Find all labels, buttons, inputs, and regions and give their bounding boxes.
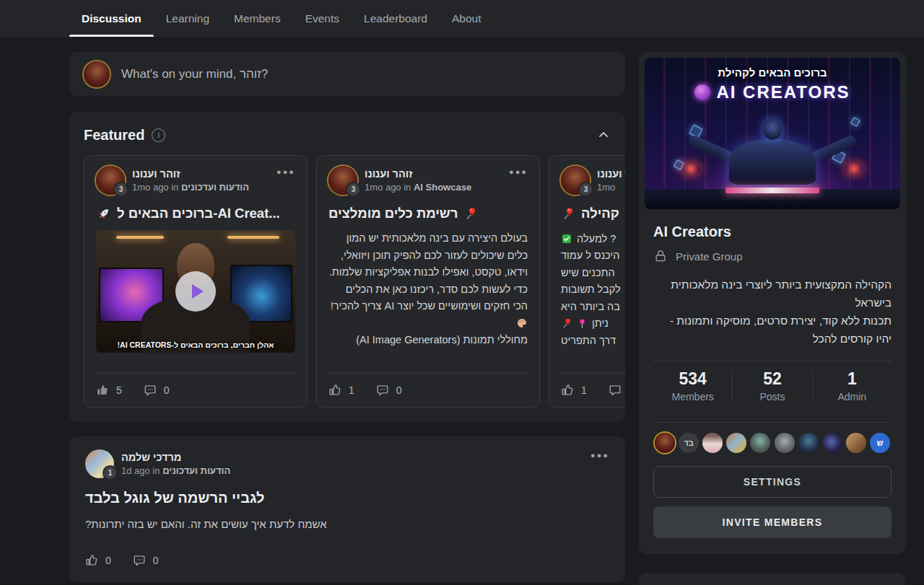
- group-banner-image[interactable]: ברוכים הבאים לקהילת AI CREATORS: [645, 58, 900, 209]
- figure-hand-glow: [845, 163, 863, 175]
- post-composer[interactable]: What's on your mind, זוהר?: [69, 52, 625, 96]
- stat-posts[interactable]: 52 Posts: [732, 369, 811, 403]
- chevron-up-icon[interactable]: [596, 128, 611, 142]
- post-meta: 1mo ago in הודעות ועדכונים: [132, 182, 249, 193]
- stat-label: Admin: [813, 391, 892, 403]
- comment-icon: [376, 384, 389, 397]
- post-body: בעולם היצירה עם בינה מלאכותית יש המון כל…: [328, 230, 528, 349]
- featured-card-welcome[interactable]: 3 זוהר וענונו 1mo ago in הודעות ועדכונים…: [84, 155, 308, 408]
- tab-events[interactable]: Events: [293, 0, 352, 37]
- lock-icon: [653, 249, 668, 263]
- member-avatar[interactable]: [775, 433, 795, 453]
- category-link[interactable]: הודעות ועדכונים: [162, 465, 230, 476]
- video-thumbnail[interactable]: אהלן חברים, ברוכים הבאים ל-AI CREATORS!: [96, 230, 295, 353]
- ellipsis-menu-icon[interactable]: ●●●: [276, 167, 295, 176]
- member-avatar[interactable]: [655, 433, 675, 453]
- comment-icon: [133, 554, 146, 567]
- tab-label: Leaderboard: [364, 12, 427, 25]
- category-link[interactable]: הודעות ועדכונים: [181, 182, 249, 193]
- community-page: Discussion Learning Members Events Leade…: [0, 0, 924, 585]
- member-avatar[interactable]: [846, 433, 866, 453]
- avatar[interactable]: 3: [561, 166, 590, 195]
- level-badge: 3: [578, 182, 593, 197]
- member-avatar[interactable]: [822, 433, 842, 453]
- comment-button[interactable]: 0: [609, 384, 625, 397]
- member-avatar[interactable]: ש: [870, 433, 890, 453]
- tab-discussion[interactable]: Discussion: [69, 0, 154, 37]
- pushpin-icon: [463, 206, 478, 221]
- post-title[interactable]: קהילה: [561, 204, 625, 223]
- group-description: הקהילה המקצועית ביותר ליוצרי בינה מלאכות…: [653, 276, 892, 348]
- post-title[interactable]: רשימת כלים מומלצים: [328, 204, 528, 223]
- like-button[interactable]: 0: [85, 554, 111, 567]
- banner-welcome-text: ברוכים הבאים לקהילת: [645, 66, 900, 79]
- featured-section: Featured i 3 זוהר וענונו 1mo ago in ה: [69, 112, 625, 422]
- tab-about[interactable]: About: [440, 0, 494, 37]
- group-sidebar: ברוכים הבאים לקהילת AI CREATORS AI Creat…: [639, 52, 906, 585]
- figure-hand-glow: [681, 163, 700, 175]
- member-avatar[interactable]: [798, 433, 819, 453]
- like-button[interactable]: 5: [96, 384, 122, 397]
- comment-button[interactable]: 0: [376, 384, 402, 397]
- avatar[interactable]: 3: [96, 166, 125, 195]
- level-badge: 1: [103, 465, 118, 480]
- member-avatars-row: בדש: [653, 433, 892, 453]
- feed-post[interactable]: 1 מרדכי שלמה 1d ago in הודעות ועדכונים ●…: [69, 436, 625, 582]
- post-title[interactable]: לגביי הרשמה של גוגל בלבד: [85, 490, 609, 506]
- post-body: ? למעלה היכנס ל עמוד התכנים שיש לקבל תשו…: [561, 230, 625, 349]
- figure-head: [763, 118, 782, 140]
- post-body-tail: מחוללי תמונות (AI Image Generators): [328, 332, 528, 349]
- group-name: AI Creators: [653, 224, 892, 240]
- post-body: אשמח לדעת איך עושים את זה. והאם יש בזה י…: [85, 518, 609, 530]
- play-button[interactable]: [175, 271, 216, 312]
- tab-learning[interactable]: Learning: [154, 0, 222, 37]
- check-icon: [561, 233, 572, 245]
- ellipsis-menu-icon[interactable]: ●●●: [509, 167, 528, 176]
- like-count: 1: [581, 384, 587, 396]
- author-name[interactable]: זוהר וענונו: [132, 168, 249, 180]
- stat-members[interactable]: 534 Members: [653, 369, 732, 403]
- comment-button[interactable]: 0: [144, 384, 170, 397]
- group-card: ברוכים הבאים לקהילת AI CREATORS AI Creat…: [639, 52, 906, 554]
- category-link[interactable]: AI Showcase: [414, 182, 471, 193]
- group-stats: 534 Members 52 Posts 1 Admin: [653, 361, 892, 409]
- tab-label: Discussion: [82, 12, 141, 25]
- author-name[interactable]: זוהר וענונו: [365, 168, 471, 180]
- settings-button[interactable]: SETTINGS: [653, 466, 892, 498]
- tab-leaderboard[interactable]: Leaderboard: [352, 0, 440, 37]
- tab-label: Events: [305, 12, 339, 25]
- ellipsis-menu-icon[interactable]: ●●●: [590, 451, 609, 459]
- member-avatar[interactable]: בד: [679, 433, 699, 453]
- tab-label: Learning: [166, 12, 209, 25]
- featured-card-community[interactable]: 3 זוהר וענונו 1mo ●●● קהילה ? למעלה: [549, 155, 625, 408]
- round-pin-icon: [577, 318, 588, 329]
- rocket-icon: [96, 206, 111, 221]
- comment-button[interactable]: 0: [133, 554, 159, 567]
- comment-count: 0: [153, 555, 159, 566]
- like-button[interactable]: 1: [561, 384, 587, 397]
- card-footer: 5 0: [96, 373, 295, 407]
- like-button[interactable]: 1: [328, 384, 354, 397]
- thumbs-up-icon: [96, 384, 109, 397]
- featured-title: Featured: [84, 127, 144, 144]
- featured-card-tools[interactable]: 3 זוהר וענונו 1mo ago in AI Showcase ●●●…: [316, 155, 540, 408]
- thumbs-up-icon: [561, 384, 574, 397]
- invite-members-button[interactable]: INVITE MEMBERS: [653, 506, 892, 538]
- stat-label: Posts: [733, 391, 811, 403]
- figure-body: [729, 138, 816, 185]
- info-icon[interactable]: i: [152, 128, 165, 142]
- member-avatar[interactable]: [702, 433, 723, 453]
- level-badge: 3: [346, 182, 361, 197]
- featured-header: Featured i: [84, 125, 611, 145]
- avatar[interactable]: 3: [328, 166, 357, 195]
- leaderboard-card: Leaderboard (30-days): [639, 573, 906, 585]
- tab-members[interactable]: Members: [222, 0, 293, 37]
- author-name[interactable]: זוהר וענונו: [597, 168, 625, 180]
- author-name[interactable]: מרדכי שלמה: [121, 452, 230, 463]
- member-avatar[interactable]: [750, 433, 770, 453]
- post-title[interactable]: ברוכים הבאים ל-AI Creat...: [96, 204, 295, 223]
- top-nav: Discussion Learning Members Events Leade…: [0, 0, 924, 37]
- member-avatar[interactable]: [726, 433, 746, 453]
- avatar[interactable]: 1: [85, 449, 114, 478]
- stat-admins[interactable]: 1 Admin: [812, 369, 892, 403]
